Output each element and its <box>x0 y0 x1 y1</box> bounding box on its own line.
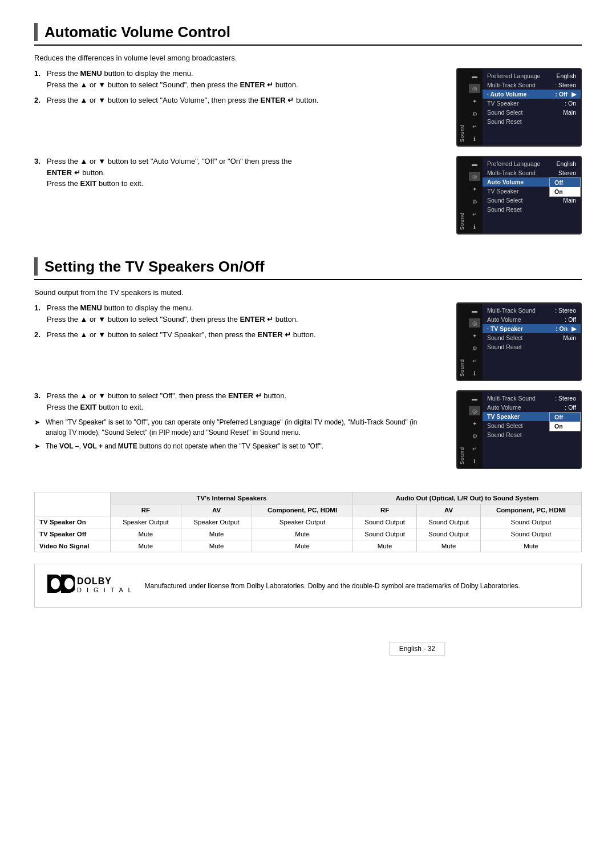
cell-son-comp2: Sound Output <box>481 516 582 528</box>
s2m2-row-multitrack: Multi-Track Sound: Stereo <box>483 394 581 403</box>
th-rf2: RF <box>353 504 417 516</box>
cell-son-comp1: Speaker Output <box>252 516 353 528</box>
icon-s2m1-info: ℹ <box>469 369 480 378</box>
step2-num: 2. <box>34 95 44 106</box>
dolby-digital-label: D I G I T A L <box>77 587 133 593</box>
tv-menu-icons-s1m1: ▬ ◎ ✦ ⚙ ↵ ℹ <box>467 69 483 145</box>
section2-step3-area: 3. Press the ▲ or ▼ button to select "Of… <box>34 390 582 469</box>
cell-son-av1: Speaker Output <box>181 516 252 528</box>
tv-menu-s1m1-label: Sound <box>457 69 467 145</box>
tv-row-soundselect: Sound SelectMain <box>483 108 581 117</box>
s2m2-row-soundreset: Sound Reset <box>483 430 581 439</box>
tv-row2-multitrack: Multi-Track SoundStereo <box>483 168 581 177</box>
s2m1-row-autovolume: Auto Volume: Off <box>483 315 581 324</box>
note2-arrow: ➤ <box>34 441 42 451</box>
s2-step2-num: 2. <box>34 329 44 341</box>
tv-row-autovolume-hl: · Auto Volume: Off ▶ <box>483 90 581 99</box>
s2m1-row-multitrack: Multi-Track Sound: Stereo <box>483 306 581 315</box>
icon-info2: ℹ <box>469 222 480 231</box>
section2-note2: ➤ The VOL –, VOL + and MUTE buttons do n… <box>34 441 439 451</box>
icon-s2m2-monitor: ▬ <box>469 394 480 403</box>
icon-channel: ✦ <box>469 96 480 106</box>
icon-s2m2-channel: ✦ <box>469 419 480 428</box>
cell-ns-av1: Mute <box>181 540 252 552</box>
s2-step1-content: Press the MENU button to display the men… <box>47 302 439 325</box>
icon-s2m2-info: ℹ <box>469 456 480 466</box>
th-internal-speakers: TV's Internal Speakers <box>110 492 352 504</box>
cell-soff-av1: Mute <box>181 528 252 540</box>
tv-menu-s2m2-content: Multi-Track Sound: Stereo Auto Volume: O… <box>483 391 581 468</box>
row-label-speaker-off: TV Speaker Off <box>35 528 111 540</box>
section2-step2: 2. Press the ▲ or ▼ button to select "TV… <box>34 329 439 341</box>
speaker-table: TV's Internal Speakers Audio Out (Optica… <box>34 492 582 552</box>
section1-menu1: Sound ▬ ◎ ✦ ⚙ ↵ ℹ <box>456 68 582 147</box>
tv-menu-s2m2: Sound ▬ ◎ ✦ ⚙ ↵ ℹ <box>456 390 582 469</box>
icon-s2m2-settings: ⚙ <box>469 431 480 440</box>
s2m1-row-soundselect: Sound SelectMain <box>483 333 581 342</box>
section2-step3-text: 3. Press the ▲ or ▼ button to select "Of… <box>34 390 439 455</box>
tv-menu-s1m2-label: Sound <box>457 157 467 233</box>
th-comp1: Component, PC, HDMI <box>252 504 353 516</box>
cell-soff-av2: Sound Output <box>417 528 481 540</box>
dolby-dd-svg <box>46 573 75 594</box>
icon-s2m2-speaker: ◎ <box>469 406 480 415</box>
s2m1-row-tvspeaker-hl: · TV Speaker: On ▶ <box>483 324 581 333</box>
s2-dropdown-on: On <box>550 422 580 431</box>
tv-row-preflang: Preferred LanguageEnglish <box>483 71 581 80</box>
step1-num: 1. <box>34 68 44 90</box>
row-label-speaker-on: TV Speaker On <box>35 516 111 528</box>
tv-menu-s2m1-content: Multi-Track Sound: Stereo Auto Volume: O… <box>483 304 581 380</box>
dolby-double-d-icon <box>46 573 75 596</box>
icon-s2m1-settings: ⚙ <box>469 343 480 353</box>
tv-menu-icons-s2m2: ▬ ◎ ✦ ⚙ ↵ ℹ <box>467 391 483 468</box>
s2-step3-content: Press the ▲ or ▼ button to select "Off",… <box>47 390 439 413</box>
tv-menu-s2m1: Sound ▬ ◎ ✦ ⚙ ↵ ℹ <box>456 302 582 381</box>
tv-row2-preflang: Preferred LanguageEnglish <box>483 159 581 168</box>
section2-step1: 1. Press the MENU button to display the … <box>34 302 439 325</box>
cell-soff-comp1: Mute <box>252 528 353 540</box>
tv-row2-autovolume-hl: Auto Volume Off On <box>483 177 581 187</box>
section1-step1: 1. Press the MENU button to display the … <box>34 68 439 90</box>
section1-title: Automatic Volume Control <box>44 23 230 41</box>
note2-text: The VOL –, VOL + and MUTE buttons do not… <box>46 441 323 451</box>
section-tv-speakers: Setting the TV Speakers On/Off Sound out… <box>34 257 582 469</box>
page-footer-area: English - 32 <box>34 625 582 656</box>
icon-input: ↵ <box>469 122 480 131</box>
section1-step2: 2. Press the ▲ or ▼ button to select "Au… <box>34 95 439 106</box>
icon-s2m2-input: ↵ <box>469 444 480 453</box>
s2-step1-num: 1. <box>34 302 44 325</box>
section1-steps12-text: 1. Press the MENU button to display the … <box>34 68 439 111</box>
section2-title: Setting the TV Speakers On/Off <box>44 258 265 276</box>
section1-menu2: Sound ▬ ◎ ✦ ⚙ ↵ ℹ <box>456 156 582 235</box>
tv-menu-icons-s1m2: ▬ ◎ ✦ ⚙ ↵ ℹ <box>467 157 483 233</box>
icon-settings2: ⚙ <box>469 197 480 206</box>
section2-steps12-text: 1. Press the MENU button to display the … <box>34 302 439 345</box>
section1-intro: Reduces the differences in volume level … <box>34 54 582 62</box>
section1-step3: 3. Press the ▲ or ▼ button to set "Auto … <box>34 156 439 189</box>
table-row-speaker-off: TV Speaker Off Mute Mute Mute Sound Outp… <box>35 528 582 540</box>
tv-menu-s1m1-content: Preferred LanguageEnglish Multi-Track So… <box>483 69 581 145</box>
th-av2: AV <box>417 504 481 516</box>
icon-s2m1-monitor: ▬ <box>469 306 480 315</box>
speaker-table-section: TV's Internal Speakers Audio Out (Optica… <box>34 492 582 552</box>
svg-point-2 <box>51 578 60 589</box>
tv-menu-s1m2: Sound ▬ ◎ ✦ ⚙ ↵ ℹ <box>456 156 582 235</box>
icon-s2m1-input: ↵ <box>469 356 480 365</box>
dolby-description: Manufactured under license from Dolby La… <box>145 581 520 591</box>
section2-bar <box>34 257 38 276</box>
cell-soff-comp2: Sound Output <box>481 528 582 540</box>
icon-speaker2: ◎ <box>469 172 480 181</box>
cell-soff-rf2: Sound Output <box>353 528 417 540</box>
row-label-no-signal: Video No Signal <box>35 540 111 552</box>
tv-menu-s2m2-label: Sound <box>457 391 467 468</box>
cell-soff-rf1: Mute <box>110 528 181 540</box>
dolby-section: DOLBY D I G I T A L Manufactured under l… <box>34 564 582 608</box>
dropdown-off-selected: Off <box>550 178 580 187</box>
dolby-text-block: DOLBY D I G I T A L <box>77 573 133 596</box>
section2-intro: Sound output from the TV speakers is mut… <box>34 288 582 297</box>
section2-note1: ➤ When "TV Speaker" is set to "Off", you… <box>34 417 439 438</box>
tv-row2-soundreset: Sound Reset <box>483 205 581 214</box>
table-row-speaker-on: TV Speaker On Speaker Output Speaker Out… <box>35 516 582 528</box>
cell-son-rf2: Sound Output <box>353 516 417 528</box>
cell-ns-comp2: Mute <box>481 540 582 552</box>
